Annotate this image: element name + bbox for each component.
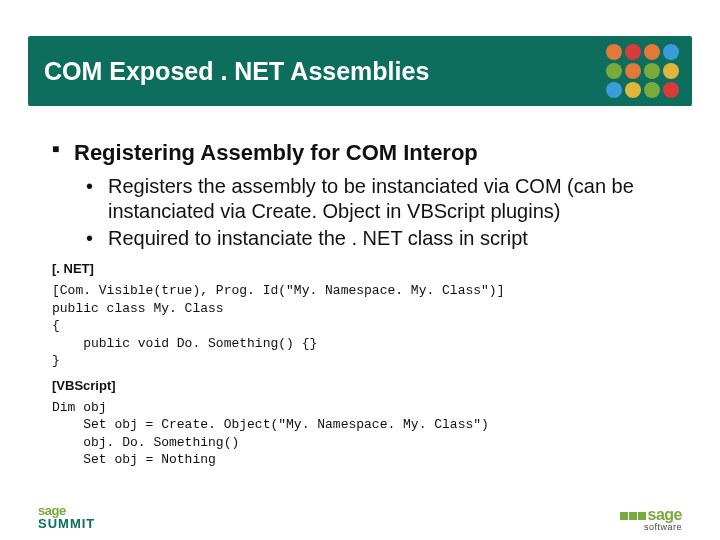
brand-dots-logo [606, 44, 680, 98]
dot-icon [606, 44, 622, 60]
bullet-item: Registers the assembly to be instanciate… [86, 174, 680, 224]
section-heading: Registering Assembly for COM Interop [52, 140, 680, 166]
footer-summit-text: SUMMIT [38, 516, 95, 531]
title-band: COM Exposed . NET Assemblies [28, 36, 692, 106]
dot-icon [644, 82, 660, 98]
footer-right-logo: sage software [620, 507, 682, 532]
bullet-item: Required to instanciate the . NET class … [86, 226, 680, 251]
code-label-vbs: [VBScript] [52, 378, 680, 393]
dot-icon [606, 63, 622, 79]
bullet-list: Registers the assembly to be instanciate… [86, 174, 680, 251]
code-block-vbs: Dim obj Set obj = Create. Object("My. Na… [52, 399, 680, 469]
dot-icon [606, 82, 622, 98]
code-label-net: [. NET] [52, 261, 680, 276]
dot-icon [625, 63, 641, 79]
slide: COM Exposed . NET Assemblies Registering… [0, 0, 720, 540]
dot-icon [625, 82, 641, 98]
sage-blocks-icon [620, 512, 646, 520]
dot-icon [663, 63, 679, 79]
dot-icon [644, 63, 660, 79]
code-block-net: [Com. Visible(true), Prog. Id("My. Names… [52, 282, 680, 370]
footer-left-logo: sage SUMMIT [38, 504, 95, 530]
footer-software-text: software [620, 523, 682, 532]
footer-sage-brand: sage [648, 506, 682, 523]
slide-title: COM Exposed . NET Assemblies [44, 57, 429, 86]
content-area: Registering Assembly for COM Interop Reg… [52, 140, 680, 469]
dot-icon [644, 44, 660, 60]
dot-icon [663, 44, 679, 60]
dot-icon [625, 44, 641, 60]
dot-icon [663, 82, 679, 98]
